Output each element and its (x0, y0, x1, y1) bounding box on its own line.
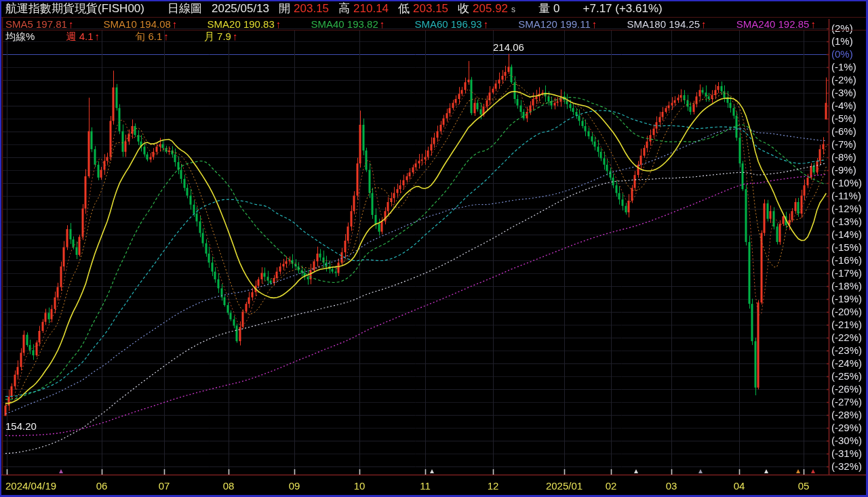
close-label: 收 (458, 2, 469, 15)
up-arrow-icon: ↑ (95, 31, 100, 42)
sma-legend: SMA5 197.81↑ SMA10 194.08↑ SMA20 190.83↑… (5, 18, 843, 30)
instrument-title: 航運指數期貨現貨(FISH00) (5, 2, 144, 15)
sma40-legend: SMA40 193.82↑ (311, 18, 384, 30)
low-label: 低 (398, 2, 410, 15)
sma120-legend: SMA120 199.11↑ (518, 18, 597, 30)
ma-percent-label: 均線% (5, 31, 35, 42)
open-value: 203.15 (294, 2, 329, 15)
ma-percent-row: 均線% 週 4.1↑ 旬 6.1↑ 月 7.9↑ (5, 31, 237, 42)
up-arrow-icon: ↑ (810, 18, 816, 30)
sma180-legend: SMA180 194.25↑ (627, 18, 707, 30)
up-arrow-icon: ↑ (592, 18, 597, 30)
header-separator (1, 17, 866, 18)
date-label: 2025/05/13 (212, 2, 269, 15)
session-flag: s (511, 5, 515, 14)
up-arrow-icon: ↑ (484, 18, 489, 30)
up-arrow-icon: ↑ (163, 31, 169, 42)
chart-type-label: 日線圖 (167, 2, 202, 15)
up-arrow-icon: ↑ (380, 18, 385, 30)
up-arrow-icon: ↑ (233, 31, 238, 42)
change-value: +7.17 (+3.61%) (583, 2, 663, 15)
sma60-legend: SMA60 196.93↑ (414, 18, 488, 30)
candlestick-chart[interactable] (0, 0, 868, 497)
sma5-legend: SMA5 197.81↑ (5, 18, 73, 30)
close-value: 205.92 (473, 2, 508, 15)
title-bar: 航運指數期貨現貨(FISH00)日線圖2025/05/13開203.15高210… (5, 2, 663, 16)
high-label: 高 (338, 2, 350, 15)
open-label: 開 (279, 2, 290, 15)
month-change: 月 7.9↑ (204, 31, 238, 42)
low-price-label: 154.20 (5, 420, 37, 432)
high-value: 210.14 (353, 2, 389, 15)
sma20-legend: SMA20 190.83↑ (208, 18, 281, 30)
low-value: 203.15 (413, 2, 448, 15)
sma240-legend: SMA240 192.85↑ (736, 18, 816, 30)
up-arrow-icon: ↑ (68, 18, 74, 30)
up-arrow-icon: ↑ (701, 18, 707, 30)
up-arrow-icon: ↑ (172, 18, 178, 30)
ten-day-change: 旬 6.1↑ (135, 31, 169, 42)
volume-label: 量 (538, 2, 550, 15)
week-change: 週 4.1↑ (66, 31, 100, 42)
sma10-legend: SMA10 194.08↑ (104, 18, 178, 30)
volume-value: 0 (553, 2, 559, 15)
high-price-label: 214.06 (493, 41, 524, 53)
up-arrow-icon: ↑ (276, 18, 281, 30)
